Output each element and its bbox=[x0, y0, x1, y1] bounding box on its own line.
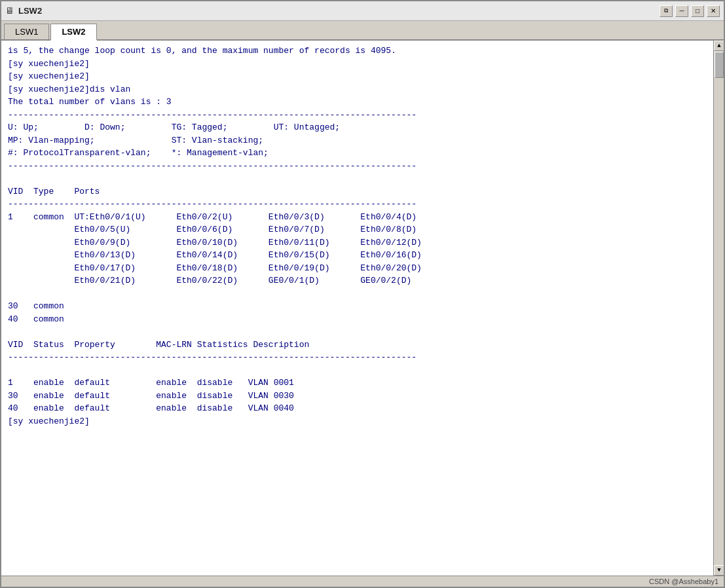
scroll-up-button[interactable]: ▲ bbox=[714, 41, 724, 51]
status-bar: CSDN @Asshebaby1 bbox=[1, 576, 724, 587]
minimize-button[interactable]: ─ bbox=[675, 5, 688, 17]
window-title: LSW2 bbox=[18, 6, 42, 16]
terminal-output[interactable]: is 5, the change loop count is 0, and th… bbox=[1, 41, 713, 576]
scroll-area bbox=[714, 51, 724, 565]
window-icon: 🖥 bbox=[5, 6, 14, 16]
tab-bar: LSW1 LSW2 bbox=[1, 21, 724, 41]
restore-button[interactable]: ⧉ bbox=[660, 5, 673, 17]
title-bar-buttons: ⧉ ─ □ ✕ bbox=[660, 5, 720, 17]
status-label: CSDN @Asshebaby1 bbox=[649, 578, 718, 585]
scroll-down-button[interactable]: ▼ bbox=[714, 565, 724, 576]
title-bar-left: 🖥 LSW2 bbox=[5, 6, 42, 16]
maximize-button[interactable]: □ bbox=[691, 5, 704, 17]
scrollbar[interactable]: ▲ ▼ bbox=[713, 41, 724, 576]
tab-lsw1[interactable]: LSW1 bbox=[4, 24, 49, 39]
terminal-text: is 5, the change loop count is 0, and th… bbox=[8, 45, 707, 428]
scroll-thumb[interactable] bbox=[715, 52, 724, 78]
tab-lsw2[interactable]: LSW2 bbox=[50, 24, 96, 41]
close-button[interactable]: ✕ bbox=[707, 5, 720, 17]
main-window: 🖥 LSW2 ⧉ ─ □ ✕ LSW1 LSW2 is 5, the chang… bbox=[0, 0, 725, 588]
title-bar: 🖥 LSW2 ⧉ ─ □ ✕ bbox=[1, 1, 724, 21]
content-wrapper: is 5, the change loop count is 0, and th… bbox=[1, 41, 724, 576]
